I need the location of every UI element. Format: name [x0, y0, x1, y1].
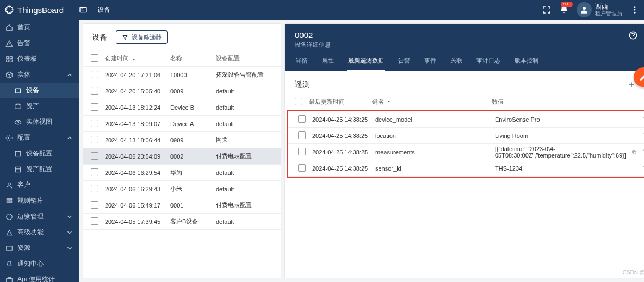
table-header: 创建时间 名称 设备配置	[83, 51, 281, 67]
filter-button[interactable]: 设备筛选器	[116, 30, 168, 44]
row-checkbox[interactable]	[91, 120, 98, 127]
device-icon	[14, 87, 22, 95]
sidebar-label: 配置	[17, 133, 30, 142]
notifications-button[interactable]: 99+	[559, 4, 569, 16]
sidebar-item-9[interactable]: 资产配置	[0, 161, 79, 177]
sidebar-item-14[interactable]: 资源	[0, 240, 79, 256]
sidebar-item-8[interactable]: 设备配置	[0, 146, 79, 161]
main: 首页告警仪表板实体设备资产实体视图配置设备配置资产配置客户规则链库边缘管理高级功…	[0, 20, 644, 282]
col-profile-header[interactable]: 设备配置	[216, 54, 273, 62]
col-time-header[interactable]: 创建时间	[105, 54, 170, 62]
select-all-checkbox[interactable]	[91, 54, 98, 62]
row-checkbox[interactable]	[91, 217, 98, 225]
telemetry-row[interactable]: 2024-04-25 14:38:25sensor_idTHS-1234	[288, 160, 644, 177]
svg-rect-9	[10, 60, 12, 62]
row-time: 2024-04-20 15:05:40	[105, 88, 170, 95]
table-row[interactable]: 2024-04-05 17:39:45客户B设备default	[83, 214, 281, 230]
sidebar-item-12[interactable]: 边缘管理	[0, 209, 79, 224]
table-row[interactable]: 2024-04-06 16:29:54华为default	[83, 165, 281, 181]
detail-header: 0002 设备详细信息 详情属性最新遥测数据告警事件关联审计日志版本控制	[285, 24, 644, 71]
logo-icon	[4, 5, 14, 15]
tel-time: 2024-04-25 14:38:25	[312, 149, 375, 155]
bell-icon	[5, 260, 13, 268]
sidebar-item-0[interactable]: 首页	[0, 20, 79, 35]
tab-5[interactable]: 关联	[449, 57, 463, 71]
sidebar-item-2[interactable]: 仪表板	[0, 51, 79, 67]
sidebar-item-13[interactable]: 高级功能	[0, 224, 79, 240]
fullscreen-icon[interactable]	[542, 5, 552, 15]
col-name-header[interactable]: 名称	[170, 54, 216, 62]
row-checkbox[interactable]	[91, 152, 98, 160]
table-row[interactable]: 2024-04-13 18:09:07Device Adefault	[83, 116, 281, 132]
svg-rect-6	[7, 56, 9, 58]
telemetry-select-all[interactable]	[295, 98, 302, 105]
tel-row-checkbox[interactable]	[298, 164, 306, 172]
copy-icon[interactable]	[631, 148, 637, 156]
svg-point-12	[17, 121, 19, 123]
row-profile: 拓深设备告警配置	[216, 71, 273, 79]
row-checkbox[interactable]	[91, 71, 98, 78]
sidebar-item-4[interactable]: 设备	[0, 83, 79, 98]
tab-1[interactable]: 属性	[321, 57, 335, 71]
table-row[interactable]: 2024-04-06 15:49:170001付费电表配置	[83, 197, 281, 214]
row-checkbox[interactable]	[91, 136, 98, 143]
svg-rect-15	[15, 167, 20, 172]
row-name: 0001	[170, 202, 216, 209]
tel-key: location	[375, 133, 495, 139]
table-row[interactable]: 2024-04-06 20:54:090002付费电表配置	[83, 148, 281, 165]
tab-6[interactable]: 审计日志	[475, 57, 501, 71]
rule-icon	[5, 197, 13, 205]
brand[interactable]: ThingsBoard	[4, 5, 79, 15]
table-row[interactable]: 2024-04-20 17:21:0610000拓深设备告警配置	[83, 67, 281, 83]
sidebar-item-16[interactable]: Api 使用统计	[0, 272, 79, 282]
sidebar-item-7[interactable]: 配置	[0, 130, 79, 146]
tab-4[interactable]: 事件	[423, 57, 437, 71]
row-checkbox[interactable]	[91, 185, 98, 192]
sidebar-label: 通知中心	[17, 259, 44, 268]
table-row[interactable]: 2024-04-13 18:12:24Device Bdefault	[83, 99, 281, 116]
table-row[interactable]: 2024-04-20 15:05:400009default	[83, 83, 281, 99]
tel-row-checkbox[interactable]	[298, 131, 306, 139]
table-row[interactable]: 2024-04-13 18:06:440909网关	[83, 132, 281, 148]
row-checkbox[interactable]	[91, 103, 98, 111]
row-time: 2024-04-13 18:09:07	[105, 121, 170, 127]
row-checkbox[interactable]	[91, 168, 98, 176]
telemetry-row[interactable]: 2024-04-25 14:38:25measurements[{"dateti…	[288, 144, 644, 160]
tcol-key[interactable]: 键名	[372, 98, 492, 106]
tcol-time[interactable]: 最后更新时间	[309, 98, 372, 106]
svg-point-4	[634, 9, 636, 11]
row-profile: default	[216, 88, 273, 95]
sidebar-item-11[interactable]: 规则链库	[0, 193, 79, 209]
sidebar-item-1[interactable]: 告警	[0, 35, 79, 51]
telemetry-row[interactable]: 2024-04-25 14:38:25device_modelEnviroSen…	[288, 111, 644, 128]
tab-2[interactable]: 最新遥测数据	[347, 57, 385, 71]
row-checkbox[interactable]	[91, 201, 98, 209]
sidebar-item-15[interactable]: 通知中心	[0, 256, 79, 272]
table-row[interactable]: 2024-04-06 16:29:43小米default	[83, 181, 281, 197]
help-icon[interactable]	[628, 30, 638, 40]
tab-0[interactable]: 详情	[295, 57, 309, 71]
tab-7[interactable]: 版本控制	[513, 57, 540, 71]
sidebar-label: Api 使用统计	[17, 275, 55, 282]
more-vert-icon[interactable]	[630, 5, 640, 15]
user-menu[interactable]: 西西 租户管理员	[577, 2, 622, 17]
row-name: 10000	[170, 72, 216, 78]
tab-3[interactable]: 告警	[397, 57, 411, 71]
telemetry-section: 遥测 最后更新时间 键名 数值 2024-04-25 14:38:25devic…	[285, 71, 644, 278]
sidebar-item-5[interactable]: 资产	[0, 98, 79, 114]
telemetry-row[interactable]: 2024-04-25 14:38:25locationLiving Room	[288, 128, 644, 144]
row-name: 华为	[170, 168, 216, 177]
sidebar-item-3[interactable]: 实体	[0, 67, 79, 83]
row-checkbox[interactable]	[91, 87, 98, 95]
svg-point-16	[8, 183, 11, 185]
tel-row-checkbox[interactable]	[298, 148, 306, 155]
tel-row-checkbox[interactable]	[298, 115, 306, 123]
sidebar-item-6[interactable]: 实体视图	[0, 114, 79, 130]
telemetry-highlight: 2024-04-25 14:38:25device_modelEnviroSen…	[287, 110, 644, 178]
tcol-val[interactable]: 数值	[492, 98, 640, 106]
sidebar-item-10[interactable]: 客户	[0, 177, 79, 193]
sidebar-label: 资产	[26, 102, 39, 111]
list-title: 设备	[92, 33, 107, 42]
svg-point-3	[634, 6, 636, 8]
chevron-up-icon	[66, 134, 73, 142]
